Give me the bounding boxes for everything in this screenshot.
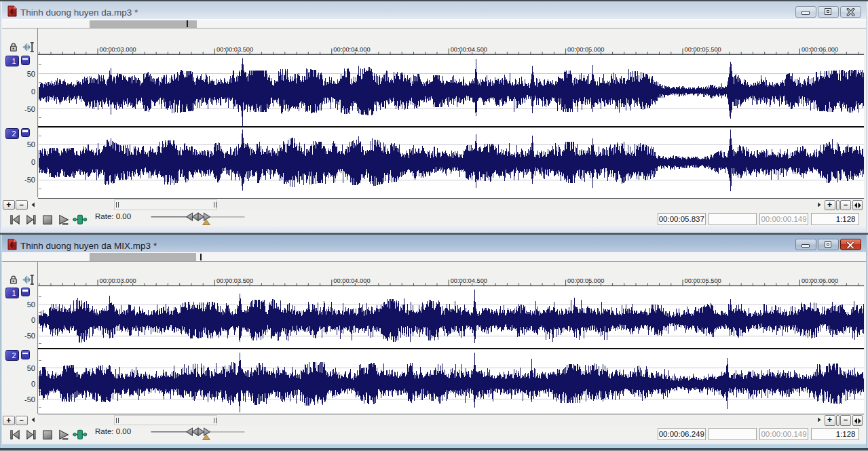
svg-text:00:00:05.000: 00:00:05.000 bbox=[567, 45, 604, 52]
svg-text:00:00:05.500: 00:00:05.500 bbox=[684, 277, 721, 284]
svg-text:00:00:05.000: 00:00:05.000 bbox=[567, 277, 604, 284]
svg-text:00:00:06.000: 00:00:06.000 bbox=[801, 277, 837, 284]
svg-text:00:00:05.500: 00:00:05.500 bbox=[684, 45, 721, 52]
svg-text:00:00:04.500: 00:00:04.500 bbox=[450, 45, 487, 52]
svg-text:00:00:04.500: 00:00:04.500 bbox=[450, 277, 487, 284]
svg-text:00:00:03.500: 00:00:03.500 bbox=[216, 45, 252, 52]
svg-text:00:00:04.000: 00:00:04.000 bbox=[333, 45, 370, 52]
svg-text:00:00:04.000: 00:00:04.000 bbox=[333, 277, 370, 284]
svg-text:00:00:03.000: 00:00:03.000 bbox=[99, 45, 136, 52]
svg-text:00:00:03.500: 00:00:03.500 bbox=[216, 277, 252, 284]
svg-text:00:00:03.000: 00:00:03.000 bbox=[99, 277, 136, 284]
svg-text:00:00:06.000: 00:00:06.000 bbox=[801, 45, 837, 52]
